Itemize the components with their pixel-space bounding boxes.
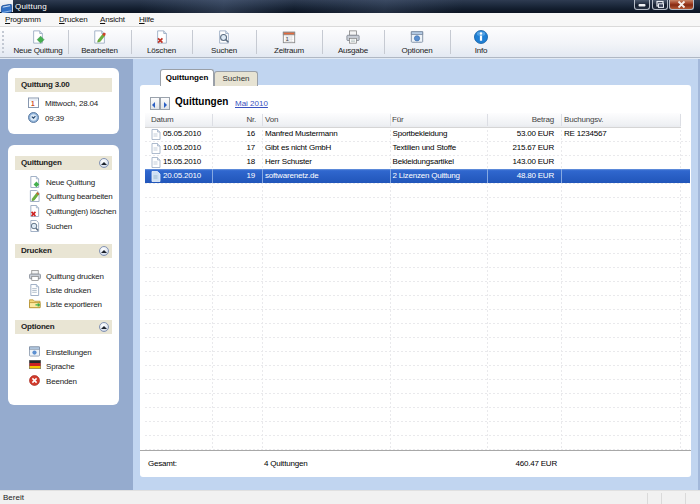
svg-text:1: 1: [31, 100, 35, 107]
svg-text:1: 1: [286, 35, 290, 42]
